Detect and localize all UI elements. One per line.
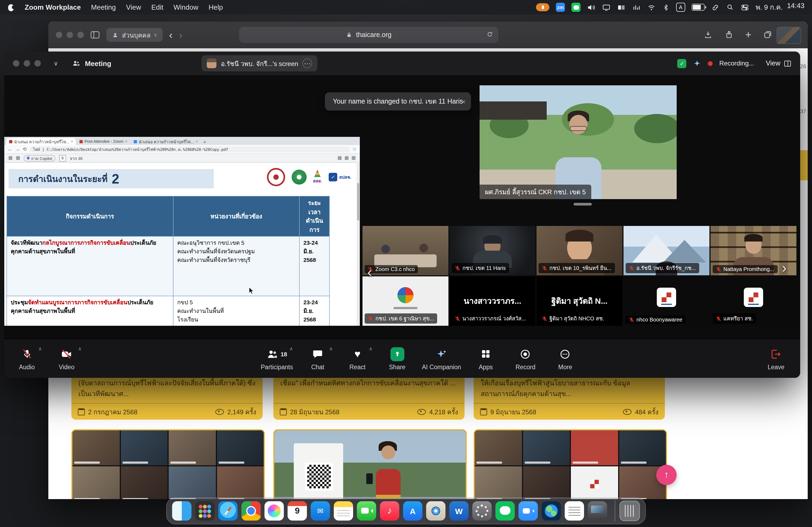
menubar-menu[interactable]: Edit [151, 3, 163, 11]
wifi-icon[interactable] [647, 3, 656, 12]
news-photo-event[interactable] [273, 429, 467, 499]
tab-more-icon[interactable]: ⋯ [302, 59, 312, 68]
zoom-window-button[interactable] [77, 32, 84, 38]
dock-icon[interactable] [541, 501, 561, 521]
mic-in-use-indicator[interactable] [536, 3, 549, 11]
reload-icon[interactable] [486, 31, 494, 38]
ai-sparkle-icon[interactable] [693, 59, 702, 67]
back-button[interactable]: ‹ [169, 30, 173, 40]
downloads-icon[interactable] [704, 30, 713, 39]
dock-icon[interactable]: A [403, 501, 422, 521]
tab-overview-icon[interactable] [763, 30, 772, 39]
video-options-caret[interactable]: ∧ [78, 346, 82, 351]
dock-icon[interactable]: ♪ [380, 501, 399, 521]
control-center-icon[interactable] [741, 3, 749, 12]
input-source-icon[interactable]: A [676, 3, 685, 12]
audio-options-caret[interactable]: ∧ [39, 346, 42, 351]
menubar-app-name[interactable]: Zoom Workplace [25, 3, 81, 11]
line-menubar-icon[interactable] [571, 3, 581, 12]
participant-thumbnail[interactable]: นางสาววราภร... นางสาววราภรณ์ วงศ์สวัส... [450, 276, 535, 326]
menubar-menu[interactable]: Window [173, 3, 199, 11]
dock-icon[interactable] [218, 501, 238, 521]
dock-icon[interactable] [519, 501, 538, 521]
participants-button[interactable]: ∧ 18 Participants [261, 342, 293, 375]
apps-button[interactable]: Apps [471, 342, 501, 375]
link-icon[interactable] [711, 3, 720, 12]
dock-icon[interactable] [495, 501, 515, 521]
dock-icon[interactable] [334, 501, 353, 521]
dock-icon[interactable] [172, 501, 191, 521]
address-bar[interactable]: thaicare.org [239, 27, 498, 43]
tab-meeting[interactable]: Meeting [72, 59, 111, 67]
safari-window-controls[interactable] [56, 32, 84, 38]
scroll-to-top-button[interactable]: ↑ [656, 465, 677, 485]
dock-icon[interactable]: ✉ [311, 501, 330, 521]
zoom-menubar-icon[interactable]: zm [556, 3, 565, 12]
zoom-window-controls[interactable] [13, 60, 41, 66]
share-screen-button[interactable]: Share [382, 342, 412, 375]
new-tab-button[interactable]: + [745, 30, 751, 40]
minimize-window-button[interactable] [24, 60, 30, 66]
record-button[interactable]: Record [510, 342, 540, 375]
dock-icon[interactable]: W [449, 501, 468, 521]
profile-selector[interactable]: ส่วนบุคคล ∨ [106, 28, 163, 42]
filmstrip-next-button[interactable]: › [782, 260, 786, 276]
participant-thumbnail[interactable]: ฐิติมา สุวัตถิ N... ฐิติมา สุวัตถิ NHCO … [536, 276, 622, 326]
participants-options-caret[interactable]: ∧ [289, 346, 293, 351]
participant-thumbnail[interactable]: nhco Boonyawaree [624, 276, 709, 326]
menubar-menu[interactable]: View [126, 3, 141, 11]
toast-close-icon[interactable]: × [462, 97, 466, 105]
dock-icon[interactable] [242, 501, 261, 521]
volume-icon[interactable] [587, 3, 596, 12]
share-icon[interactable] [724, 30, 734, 39]
dock-icon[interactable] [195, 501, 215, 521]
forward-button[interactable]: › [179, 30, 182, 40]
battery-icon[interactable] [692, 4, 705, 11]
filmstrip-prev-button[interactable]: ‹ [367, 264, 372, 281]
mission-control-icon[interactable] [617, 3, 626, 12]
apple-menu-icon[interactable] [8, 3, 14, 11]
meeting-secure-shield-icon[interactable]: ✓ [678, 59, 686, 68]
view-button[interactable]: View [766, 59, 792, 67]
close-window-button[interactable] [56, 32, 62, 38]
activity-icon[interactable] [632, 3, 641, 12]
chat-options-caret[interactable]: ∧ [329, 346, 333, 351]
zoom-window-button[interactable] [34, 60, 41, 66]
news-photo-zoom-gallery-2[interactable] [474, 429, 667, 499]
participant-thumbnail[interactable]: กชป. เขต 6 ฐาณิษา สุข... [362, 276, 448, 326]
dock-icon[interactable] [264, 501, 284, 521]
participant-thumbnail[interactable]: อ.รัชนี วพบ. จักรีรัช_กช... [624, 226, 709, 275]
participant-thumbnail[interactable]: กชป. เขต 10_รพินทร์ ยืน... [536, 226, 622, 275]
tab-shared-screen[interactable]: อ.รัชนี วพบ. จักรี...'s screen ⋯ [201, 55, 317, 71]
participant-thumbnail[interactable]: แคทรียา สช. [710, 276, 796, 326]
react-options-caret[interactable]: ∧ [369, 346, 373, 351]
dock-icon[interactable] [357, 501, 376, 521]
display-icon[interactable] [602, 3, 611, 12]
leave-button[interactable]: Leave [759, 342, 793, 375]
react-button[interactable]: ∧ ♥ React [342, 342, 373, 375]
dock-icon[interactable] [620, 501, 640, 521]
dock-icon[interactable] [588, 501, 607, 521]
bluetooth-icon[interactable] [662, 3, 670, 12]
video-button[interactable]: ∧ Video [52, 342, 82, 375]
dock-icon[interactable]: 9 [288, 501, 307, 521]
news-photo-zoom-gallery[interactable] [71, 429, 265, 499]
ai-companion-button[interactable]: AI Companion [422, 342, 461, 375]
video-panel-resize-handle[interactable] [574, 203, 592, 206]
collapse-chevron-icon[interactable]: ∨ [54, 60, 58, 67]
dock-icon[interactable] [426, 501, 446, 521]
participant-thumbnail[interactable]: Zoom C3.c nhco [362, 226, 448, 275]
dock-icon[interactable] [565, 501, 584, 521]
chat-button[interactable]: ∧ Chat [303, 342, 333, 375]
minimize-window-button[interactable] [67, 32, 73, 38]
more-button[interactable]: More [550, 342, 580, 375]
menubar-clock[interactable]: พ. 9 ก.ค.14:43 [756, 2, 804, 13]
close-window-button[interactable] [13, 60, 19, 66]
active-speaker-video[interactable]: ผศ.ภิรมย์ ลี้สุวรรณ์ CKR กชป. เขต 5 [480, 85, 677, 199]
menubar-menu[interactable]: Help [209, 3, 223, 11]
tab-preview-thumbnail[interactable] [777, 27, 801, 44]
search-icon[interactable] [726, 3, 734, 11]
dock-icon[interactable] [472, 501, 492, 521]
audio-button[interactable]: ∧ Audio [12, 342, 42, 375]
participant-thumbnail[interactable]: กชป. เขต 11 Haris [450, 226, 535, 275]
